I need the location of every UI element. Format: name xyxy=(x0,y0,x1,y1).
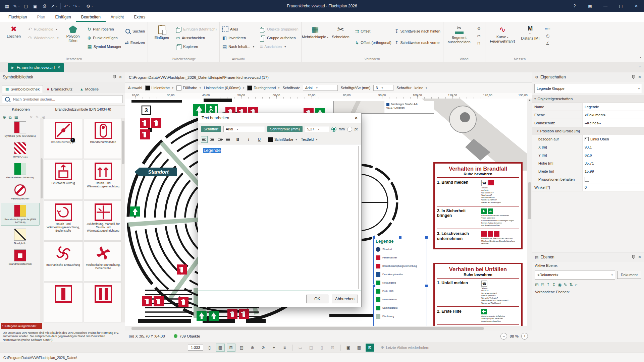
layer-add-icon[interactable]: ⊞ xyxy=(535,282,539,287)
settings-icon[interactable]: ⚙ xyxy=(85,2,94,10)
bold-button[interactable]: B xyxy=(233,136,243,143)
zoom-in-button[interactable]: + xyxy=(521,333,528,340)
layer-remove-icon[interactable]: ⊟ xyxy=(541,282,544,287)
italic-button[interactable]: I xyxy=(244,136,253,143)
dialog-close-icon[interactable]: ✕ xyxy=(355,116,358,120)
draw-tools-icon[interactable]: ✎ xyxy=(12,2,21,10)
symbol-rwa[interactable]: Rauch- und Wärmeabzugseinrichtung xyxy=(84,160,123,200)
pin-icon[interactable] xyxy=(112,75,116,79)
brandschutz-value[interactable]: --Keines-- xyxy=(583,119,644,127)
category-verbotszeichen[interactable]: Verbotszeichen xyxy=(1,182,40,202)
dokument-button[interactable]: Dokument xyxy=(617,271,641,279)
fuellfarbe-dropdown[interactable]: Füllfarbe xyxy=(176,85,201,90)
scale-display[interactable]: 1:333 xyxy=(188,345,203,351)
tabbar-overflow-icon[interactable]: ⌄ xyxy=(639,64,641,68)
name-value[interactable]: Legende xyxy=(583,103,644,111)
tab-symbolbibliothek[interactable]: ▦Symbolbibliothek xyxy=(2,85,43,93)
page-setup-icon[interactable]: ▭ xyxy=(296,344,305,352)
offset-orthogonal-button[interactable]: ↳Offset (orthogonal) xyxy=(355,39,391,46)
wand-tool-1-icon[interactable]: ⊘ xyxy=(476,25,482,32)
selection-handle[interactable] xyxy=(425,284,428,287)
font-combo[interactable]: Arial xyxy=(303,85,338,91)
unit-pt-radio[interactable] xyxy=(347,127,352,132)
nach-inhalt-button[interactable]: ▤Nach Inhalt... xyxy=(222,43,254,50)
tab-modelle[interactable]: ▲Modelle xyxy=(76,85,102,93)
panel-grid-icon[interactable]: ▦ xyxy=(582,0,598,12)
dialog-size-combo[interactable]: 5,27 xyxy=(305,126,329,132)
align-center-button[interactable] xyxy=(209,136,216,143)
symbol-search-input[interactable] xyxy=(12,97,120,102)
wand-tool-2-icon[interactable]: ✂ xyxy=(476,33,482,39)
category-scrollbar[interactable] xyxy=(40,118,43,322)
font-size-combo[interactable]: 3 xyxy=(373,85,393,91)
y-value[interactable]: 62,6 xyxy=(583,151,644,159)
menu-ansicht[interactable]: Ansicht xyxy=(106,12,129,22)
layer-merge-icon[interactable]: ⇅ xyxy=(569,282,573,287)
suchen-button[interactable]: Suchen xyxy=(125,27,145,35)
layer-visibility-icon[interactable]: ◉ xyxy=(558,282,561,287)
offset-button[interactable]: ⇉Offset xyxy=(355,27,391,35)
polygon-fuellen-button[interactable]: Polygon füllen xyxy=(62,24,84,43)
ebene-value[interactable]: <Dokument> xyxy=(583,111,644,119)
layout-icon[interactable]: ◫ xyxy=(307,344,316,352)
tab-close-icon[interactable]: ✕ xyxy=(57,65,60,70)
close-icon[interactable]: ✕ xyxy=(638,75,641,79)
margins-icon[interactable]: ▯ xyxy=(318,344,326,352)
redo-icon[interactable]: ↷ xyxy=(72,2,81,10)
schrittweise-hinten-button[interactable]: ↧Schrittweise nach hinten xyxy=(395,27,440,35)
gruppe-aufheben-button[interactable]: Gruppe aufheben xyxy=(260,34,299,42)
document-tab[interactable]: ▶ Frauenkirche.vvwcad ✕ xyxy=(8,63,64,72)
segment-ausschneiden-button[interactable]: ✂ Segment ausschneiden xyxy=(446,24,472,44)
page-outline-icon[interactable]: ▯ xyxy=(205,344,214,352)
mm-unit-icon[interactable]: mm xyxy=(544,25,552,32)
selection-handle[interactable] xyxy=(372,284,375,287)
ok-button[interactable]: OK xyxy=(306,295,328,303)
distanz-button[interactable]: M↔ Distanz [M] xyxy=(520,24,540,41)
symbol-brandschutzklappe[interactable]: 1 Brandschutzklappe xyxy=(44,119,83,159)
category-din-iso-23601[interactable]: Symbole (DIN ISO 23601) xyxy=(1,119,40,139)
layer-rename-icon[interactable]: ✎ xyxy=(564,282,567,287)
schrittweise-vorne-button[interactable]: ↥Schrittweise nach vorne xyxy=(395,39,440,46)
ribbon-collapse-icon[interactable]: ⌃ xyxy=(639,57,642,60)
alles-button[interactable]: Alles xyxy=(222,25,254,33)
symbol-mechanische-entrauchung[interactable]: mechanische Entrauchung xyxy=(44,241,83,282)
invertieren-button[interactable]: ◧Invertieren xyxy=(222,34,254,42)
kurve-feuerwehrfahrt-button[interactable]: ∿ Kurve - Feuerwehrfahrt xyxy=(488,24,517,43)
schriftfarbe-dropdown[interactable]: Schriftfarbe xyxy=(268,137,297,142)
einfuegen-button[interactable]: Einfügen xyxy=(151,24,173,40)
textfeld-dropdown[interactable]: Textfeld xyxy=(301,137,317,141)
close-button[interactable]: ✕ xyxy=(629,0,644,12)
snap-off-icon[interactable]: ⊘ xyxy=(259,344,268,352)
crosshair-icon[interactable]: + xyxy=(270,344,278,352)
snap-grid-icon[interactable]: ⊞ xyxy=(227,344,235,352)
selection-handle[interactable] xyxy=(399,236,402,239)
hoehe-value[interactable]: 35,71 xyxy=(583,159,644,167)
dialog-titlebar[interactable]: Text bearbeiten ✕ xyxy=(198,113,361,123)
punkt-einfuegen-button[interactable]: ⊕Punkt einfügen xyxy=(88,34,121,42)
protractor-icon[interactable]: ◷ xyxy=(544,33,552,39)
menu-einfuegen[interactable]: Einfügen xyxy=(50,12,76,22)
align-justify-button[interactable] xyxy=(225,136,232,143)
section-position-groesse[interactable]: ▾Position und Größe [m] xyxy=(532,127,644,135)
new-document-icon[interactable]: ▢ xyxy=(21,2,30,10)
vertical-scrollbar[interactable]: ▲ xyxy=(527,99,532,326)
symbol-brandschutzrolladen[interactable]: Brandschutzrolladen xyxy=(84,119,123,159)
wand-tool-3-icon[interactable]: ⊓ xyxy=(476,40,482,46)
tab-brandschutz[interactable]: ■Brandschutz xyxy=(44,85,76,93)
dialog-text-area[interactable]: Legende xyxy=(201,146,359,289)
bezogen-value[interactable]: Links Oben xyxy=(583,135,644,143)
category-trvb-o-121[interactable]: TRVB O 121 xyxy=(1,140,40,160)
legende-panel[interactable]: Legende Standort Feuerlöscher Brandbekäm… xyxy=(373,237,427,326)
x-value[interactable]: 93,1 xyxy=(583,143,644,151)
schneiden-button[interactable]: ✂ Schneiden xyxy=(330,24,352,39)
print-icon[interactable]: ⎙ xyxy=(40,2,49,10)
grid-toggle-icon[interactable]: ▦ xyxy=(216,344,225,352)
selection-handle[interactable] xyxy=(372,236,375,239)
selection-handle[interactable] xyxy=(425,236,428,239)
underline-button[interactable]: U xyxy=(255,136,264,143)
category-brandschutzsymbole[interactable]: Brandschutzsymbole (DIN 14034-6) xyxy=(1,203,40,226)
menu-fluchtplan[interactable]: Fluchtplan xyxy=(3,12,32,22)
wiederholen-button[interactable]: ↷Wiederholen xyxy=(28,34,59,42)
align-right-button[interactable] xyxy=(217,136,224,143)
undo-icon[interactable]: ↶ xyxy=(63,2,71,10)
